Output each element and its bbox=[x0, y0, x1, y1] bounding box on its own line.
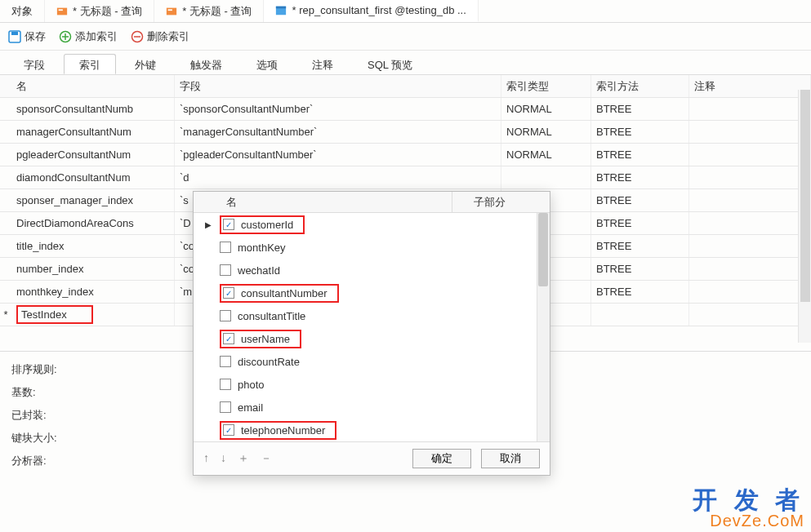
table-row[interactable]: managerConsultantNum`managerConsultantNu… bbox=[0, 121, 811, 144]
svg-rect-3 bbox=[168, 9, 172, 11]
checkbox[interactable] bbox=[220, 264, 231, 276]
tab-active[interactable]: * rep_consultant_first @testing_db ... bbox=[264, 0, 478, 22]
cell-note[interactable] bbox=[689, 98, 811, 120]
tab-options[interactable]: 选项 bbox=[241, 54, 293, 74]
checkbox[interactable] bbox=[220, 242, 231, 253]
remove-field-button[interactable]: － bbox=[261, 451, 272, 466]
checkbox[interactable]: ✓ bbox=[223, 424, 234, 436]
cell-note[interactable] bbox=[689, 121, 811, 143]
cell-field[interactable]: `sponsorConsultantNumber` bbox=[175, 98, 501, 120]
cell-type[interactable]: NORMAL bbox=[501, 121, 591, 143]
cell-note[interactable] bbox=[689, 144, 811, 166]
cell-name[interactable]: number_index bbox=[11, 258, 175, 280]
cell-note[interactable] bbox=[689, 235, 811, 257]
add-field-button[interactable]: ＋ bbox=[238, 451, 249, 466]
checkbox[interactable] bbox=[220, 379, 231, 390]
checkbox[interactable]: ✓ bbox=[223, 287, 234, 299]
cell-type[interactable]: NORMAL bbox=[501, 144, 591, 166]
hdr-name[interactable]: 名 bbox=[11, 75, 175, 97]
field-option[interactable]: consultantTitle bbox=[194, 304, 550, 327]
cell-name[interactable]: title_index bbox=[11, 235, 175, 257]
cell-name[interactable]: monthkey_index bbox=[11, 281, 175, 303]
cell-method[interactable]: BTREE bbox=[591, 235, 689, 257]
tab-triggers[interactable]: 触发器 bbox=[175, 54, 238, 74]
cell-note[interactable] bbox=[689, 212, 811, 234]
hdr-method[interactable]: 索引方法 bbox=[591, 75, 689, 97]
tab-fk[interactable]: 外键 bbox=[119, 54, 172, 74]
field-option[interactable]: ▶✓customerId bbox=[194, 213, 550, 236]
field-option[interactable]: wechatId bbox=[194, 259, 550, 282]
grid-scrollbar[interactable] bbox=[798, 90, 811, 343]
cell-name[interactable]: sponser_manager_index bbox=[11, 189, 175, 211]
checkbox[interactable] bbox=[220, 356, 231, 367]
move-up-button[interactable]: ↑ bbox=[203, 451, 209, 466]
cell-note[interactable] bbox=[689, 304, 811, 326]
checkbox[interactable]: ✓ bbox=[223, 219, 234, 230]
table-row[interactable]: pgleaderConsultantNum`pgleaderConsultant… bbox=[0, 144, 811, 166]
tab-comments[interactable]: 注释 bbox=[296, 54, 349, 74]
field-option[interactable]: ✓telephoneNumber bbox=[194, 419, 550, 441]
field-option[interactable]: photo bbox=[194, 373, 550, 396]
ok-button[interactable]: 确定 bbox=[412, 449, 471, 468]
checkbox[interactable] bbox=[220, 401, 231, 413]
checkbox[interactable] bbox=[220, 310, 231, 321]
move-down-button[interactable]: ↓ bbox=[221, 451, 226, 466]
cell-method[interactable]: BTREE bbox=[591, 212, 689, 234]
cell-type[interactable]: NORMAL bbox=[501, 98, 591, 120]
cell-name[interactable]: pgleaderConsultantNum bbox=[11, 144, 175, 166]
cell-name[interactable]: managerConsultantNum bbox=[11, 121, 175, 143]
cell-name[interactable]: diamondConsultantNum bbox=[11, 166, 175, 188]
field-option[interactable]: ✓consultantNumber bbox=[194, 282, 550, 304]
cell-note[interactable] bbox=[689, 258, 811, 280]
save-button[interactable]: 保存 bbox=[8, 29, 46, 44]
cell-type[interactable] bbox=[501, 166, 591, 188]
cell-name[interactable]: TestIndex bbox=[11, 304, 175, 326]
checkbox[interactable]: ✓ bbox=[223, 333, 234, 344]
tab-objects[interactable]: 对象 bbox=[0, 0, 45, 22]
popup-hdr-name: 名 bbox=[194, 195, 452, 210]
cell-method[interactable]: BTREE bbox=[591, 121, 689, 143]
hdr-note[interactable]: 注释 bbox=[689, 75, 811, 97]
add-index-button[interactable]: 添加索引 bbox=[59, 29, 118, 44]
cell-field[interactable]: `d bbox=[175, 166, 501, 188]
hdr-field[interactable]: 字段 bbox=[175, 75, 501, 97]
cell-method[interactable]: BTREE bbox=[591, 189, 689, 211]
delete-index-label: 删除索引 bbox=[147, 29, 189, 44]
tab-fk-label: 外键 bbox=[135, 59, 156, 71]
table-row[interactable]: diamondConsultantNum`dBTREE bbox=[0, 166, 811, 189]
cell-method[interactable]: BTREE bbox=[591, 258, 689, 280]
tab-untitled-2[interactable]: * 无标题 - 查询 bbox=[154, 0, 264, 22]
cell-note[interactable] bbox=[689, 189, 811, 211]
field-option[interactable]: monthKey bbox=[194, 236, 550, 259]
field-label: wechatId bbox=[238, 264, 280, 277]
cell-field[interactable]: `managerConsultantNumber` bbox=[175, 121, 501, 143]
cell-note[interactable] bbox=[689, 166, 811, 188]
watermark: 开 发 者 DevZe.CoM bbox=[693, 488, 804, 529]
cell-name[interactable]: sponsorConsultantNumb bbox=[11, 98, 175, 120]
document-tabs: 对象 * 无标题 - 查询 * 无标题 - 查询 * rep_consultan… bbox=[0, 0, 811, 23]
popup-scrollbar[interactable] bbox=[537, 213, 550, 441]
cell-method[interactable] bbox=[591, 304, 689, 326]
hdr-type[interactable]: 索引类型 bbox=[501, 75, 591, 97]
tab-fields[interactable]: 字段 bbox=[8, 54, 60, 74]
tab-sql[interactable]: SQL 预览 bbox=[352, 54, 428, 74]
watermark-en: DevZe.CoM bbox=[693, 512, 804, 529]
cell-note[interactable] bbox=[689, 281, 811, 303]
tab-fields-label: 字段 bbox=[24, 59, 45, 71]
field-option[interactable]: ✓userName bbox=[194, 327, 550, 350]
cell-method[interactable]: BTREE bbox=[591, 166, 689, 188]
svg-rect-1 bbox=[59, 9, 63, 11]
popup-footer: ↑ ↓ ＋ － 确定 取消 bbox=[194, 441, 550, 475]
field-option[interactable]: discountRate bbox=[194, 350, 550, 373]
tab-untitled-1[interactable]: * 无标题 - 查询 bbox=[45, 0, 154, 22]
delete-index-button[interactable]: 删除索引 bbox=[131, 29, 189, 44]
cell-name[interactable]: DirectDiamondAreaCons bbox=[11, 212, 175, 234]
field-option[interactable]: email bbox=[194, 396, 550, 419]
cell-method[interactable]: BTREE bbox=[591, 144, 689, 166]
cell-method[interactable]: BTREE bbox=[591, 98, 689, 120]
tab-indexes[interactable]: 索引 bbox=[64, 54, 116, 74]
cell-field[interactable]: `pgleaderConsultantNumber` bbox=[175, 144, 501, 166]
table-row[interactable]: sponsorConsultantNumb`sponsorConsultantN… bbox=[0, 98, 811, 121]
cancel-button[interactable]: 取消 bbox=[481, 449, 540, 468]
cell-method[interactable]: BTREE bbox=[591, 281, 689, 303]
